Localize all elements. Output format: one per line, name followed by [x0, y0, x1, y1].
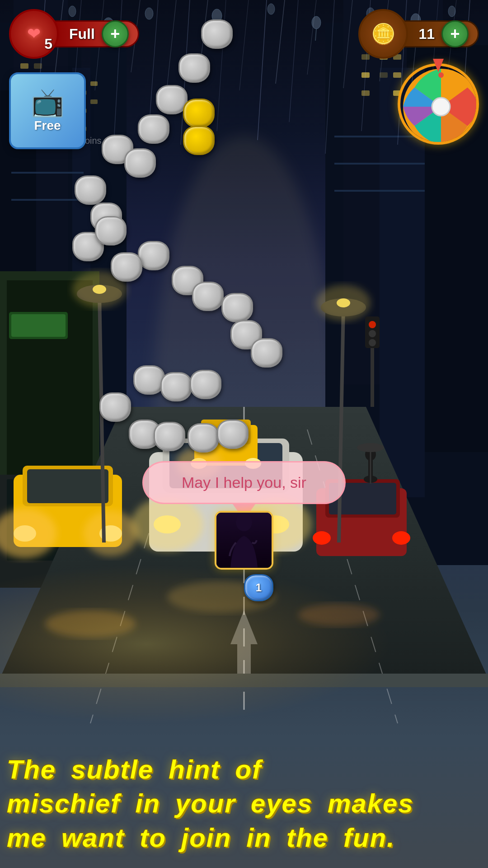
spin-wheel-container	[398, 63, 479, 145]
bubble-container: May I help you, sir	[142, 461, 346, 504]
lives-label: Full	[69, 26, 95, 42]
svg-rect-34	[380, 72, 388, 78]
story-text-line3: me want to join in the fun.	[7, 821, 481, 854]
svg-point-92	[316, 285, 371, 321]
svg-rect-43	[11, 172, 84, 174]
svg-point-97	[369, 339, 376, 346]
svg-point-79	[392, 531, 410, 545]
svg-rect-44	[11, 199, 84, 201]
svg-rect-51	[11, 314, 66, 337]
coins-count: 11	[418, 26, 435, 42]
coins-bar: 11 +	[399, 20, 479, 47]
story-line-2: mischief in your eyes makes	[7, 788, 414, 818]
svg-rect-11	[20, 63, 28, 69]
svg-point-74	[84, 511, 138, 556]
tv-icon: 📺	[31, 89, 65, 116]
story-text-line2: mischief in your eyes makes	[7, 786, 481, 820]
avatar-frame	[215, 511, 273, 570]
svg-point-78	[313, 531, 331, 545]
svg-rect-46	[334, 163, 425, 165]
free-tv-button[interactable]: 📺 Free	[9, 72, 86, 149]
svg-rect-36	[361, 90, 370, 96]
story-text: The subtle hint of mischief in your eyes…	[0, 752, 488, 854]
tv-free-label: Free	[34, 118, 61, 133]
coins-icon-container: 🪙	[358, 9, 408, 59]
coins-section: 🪙 11 +	[358, 9, 479, 59]
svg-rect-47	[334, 190, 425, 192]
svg-point-88	[72, 271, 127, 307]
lives-bar: Full +	[50, 20, 139, 47]
lives-section: ❤ 5 Full +	[9, 9, 139, 59]
svg-point-96	[369, 330, 376, 337]
svg-point-95	[369, 321, 376, 328]
story-line-3: me want to join in the fun.	[7, 823, 395, 852]
svg-point-149	[236, 513, 252, 531]
avatar-silhouette	[216, 513, 272, 568]
svg-point-147	[432, 98, 450, 116]
coins-add-button[interactable]: +	[441, 20, 469, 47]
svg-rect-70	[27, 469, 108, 503]
story-text-line1: The subtle hint of	[7, 752, 481, 786]
svg-point-148	[438, 72, 444, 78]
lives-add-button[interactable]: +	[102, 20, 129, 47]
character-avatar[interactable]	[215, 511, 273, 570]
story-line-1: The subtle hint of	[7, 755, 262, 784]
bubble-text: May I help you, sir	[182, 474, 306, 491]
spin-wheel-button[interactable]	[398, 63, 479, 145]
coins-icon: 🪙	[371, 22, 396, 46]
svg-rect-81	[201, 420, 251, 444]
lives-heart: ❤ 5	[9, 9, 59, 59]
heart-icon: ❤	[27, 24, 41, 43]
lives-count: 5	[44, 36, 52, 52]
svg-rect-21	[90, 99, 98, 104]
svg-rect-19	[90, 81, 98, 86]
